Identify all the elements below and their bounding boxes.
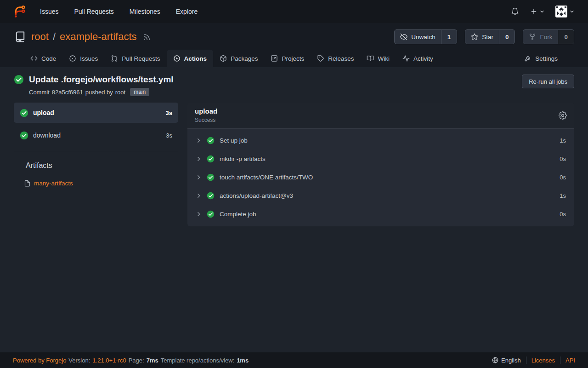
top-navbar: Issues Pull Requests Milestones Explore	[0, 0, 588, 23]
tab-wiki[interactable]: Wiki	[360, 50, 396, 67]
step-duration: 1s	[560, 192, 566, 199]
version-label: Version:	[68, 357, 90, 364]
star-button[interactable]: Star 0	[465, 29, 515, 44]
job-detail-header: upload Success	[187, 103, 574, 129]
tab-pull-requests[interactable]: Pull Requests	[104, 50, 166, 67]
job-status-label: Success	[195, 117, 217, 123]
step-row-mkdir[interactable]: mkdir -p artifacts 0s	[187, 150, 574, 168]
tools-icon	[524, 55, 531, 62]
nav-item-milestones[interactable]: Milestones	[122, 0, 168, 23]
breadcrumb-separator: /	[53, 31, 56, 43]
create-new-dropdown[interactable]	[530, 8, 544, 15]
run-commit-line: Commit 82a5cf6961 pushed by root main	[29, 88, 174, 96]
step-name: mkdir -p artifacts	[220, 155, 266, 162]
chevron-right-icon	[196, 174, 202, 180]
pulse-icon	[402, 55, 410, 62]
step-duration: 0s	[560, 174, 566, 181]
footer-divider	[526, 356, 526, 364]
actions-run-view: Update .forgejo/workflows/test.yml Commi…	[0, 67, 588, 352]
success-check-icon	[207, 155, 215, 163]
tab-settings[interactable]: Settings	[518, 50, 564, 67]
step-name: actions/upload-artifact@v3	[220, 192, 293, 199]
job-detail-panel: upload Success	[187, 103, 574, 226]
fork-label: Fork	[540, 34, 552, 40]
fork-button[interactable]: Fork 0	[523, 29, 574, 44]
step-row-upload-artifact-action[interactable]: actions/upload-artifact@v3 1s	[187, 186, 574, 205]
template-time-value: 1ms	[237, 357, 249, 364]
tab-projects[interactable]: Projects	[264, 50, 311, 67]
chevron-right-icon	[196, 156, 202, 162]
tab-activity[interactable]: Activity	[396, 50, 440, 67]
unwatch-button[interactable]: Unwatch 1	[394, 29, 457, 44]
template-time-label: Template repo/actions/view:	[161, 357, 234, 364]
user-menu-dropdown[interactable]	[555, 6, 574, 17]
repo-owner-link[interactable]: root	[31, 31, 49, 43]
repo-action-buttons: Unwatch 1 Star 0	[394, 29, 574, 44]
package-icon	[220, 55, 227, 62]
forgejo-logo-icon[interactable]	[13, 5, 27, 18]
nav-item-pull-requests[interactable]: Pull Requests	[66, 0, 121, 23]
gear-icon[interactable]	[559, 111, 567, 120]
rerun-all-jobs-button[interactable]: Re-run all jobs	[522, 75, 574, 88]
repo-tabs: Code Issues Pull Requests Actions Packag…	[14, 44, 574, 67]
project-board-icon	[271, 55, 278, 62]
repository-icon	[14, 30, 27, 43]
run-title: Update .forgejo/workflows/test.yml	[29, 75, 174, 85]
chevron-down-icon	[540, 9, 544, 14]
success-check-icon	[207, 137, 215, 144]
forks-count[interactable]: 0	[558, 30, 574, 44]
jobs-sidebar: upload 3s download 3s Artifacts many-art…	[14, 103, 178, 191]
watchers-count[interactable]: 1	[441, 30, 457, 44]
nav-item-explore[interactable]: Explore	[168, 0, 205, 23]
repo-name-link[interactable]: example-artifacts	[60, 31, 137, 43]
step-row-complete-job[interactable]: Complete job 0s	[187, 205, 574, 223]
job-item-upload[interactable]: upload 3s	[14, 103, 178, 123]
step-name: Complete job	[220, 211, 256, 218]
tab-actions[interactable]: Actions	[167, 50, 214, 67]
rss-feed-icon[interactable]	[143, 33, 151, 41]
commit-author-link[interactable]: root	[115, 89, 125, 96]
powered-by-forgejo-link[interactable]: Powered by Forgejo	[13, 357, 66, 364]
step-name: touch artifacts/ONE artifacts/TWO	[220, 174, 313, 181]
tab-releases[interactable]: Releases	[311, 50, 360, 67]
user-avatar	[555, 6, 567, 17]
eye-slash-icon	[400, 33, 407, 40]
file-icon	[24, 180, 31, 187]
fork-icon	[529, 33, 536, 40]
repo-breadcrumb: root / example-artifacts	[31, 31, 137, 43]
globe-icon	[492, 357, 498, 363]
nav-item-issues[interactable]: Issues	[32, 0, 66, 23]
version-link[interactable]: 1.21.0+1-rc0	[92, 357, 126, 364]
tab-issues[interactable]: Issues	[62, 50, 104, 67]
language-selector[interactable]: English	[492, 357, 521, 364]
tab-code[interactable]: Code	[24, 50, 62, 67]
chevron-right-icon	[196, 138, 202, 144]
job-duration: 3s	[166, 109, 172, 116]
language-label: English	[501, 357, 521, 364]
stars-count[interactable]: 0	[499, 30, 515, 44]
chevron-right-icon	[196, 193, 202, 199]
job-detail-title: upload	[195, 107, 217, 115]
commit-hash-link[interactable]: 82a5cf6961	[52, 89, 83, 96]
success-check-icon	[14, 75, 24, 85]
code-icon	[30, 55, 38, 62]
git-pull-request-icon	[111, 55, 118, 62]
success-check-icon	[207, 192, 215, 200]
tab-packages[interactable]: Packages	[213, 50, 264, 67]
job-name: upload	[33, 109, 54, 116]
job-item-download[interactable]: download 3s	[14, 125, 178, 145]
notifications-bell-icon[interactable]	[511, 7, 519, 16]
step-row-touch-artifacts[interactable]: touch artifacts/ONE artifacts/TWO 0s	[187, 168, 574, 186]
branch-badge[interactable]: main	[130, 88, 149, 96]
step-row-set-up-job[interactable]: Set up job 1s	[187, 131, 574, 150]
licenses-link[interactable]: Licenses	[531, 357, 555, 364]
footer-info: Powered by Forgejo Version: 1.21.0+1-rc0…	[13, 357, 249, 364]
repo-header: root / example-artifacts Unwatch	[0, 23, 588, 67]
success-check-icon	[20, 109, 28, 117]
artifact-link-many-artifacts[interactable]: many-artifacts	[24, 180, 178, 187]
step-duration: 0s	[560, 211, 566, 218]
api-link[interactable]: API	[565, 357, 575, 364]
issue-circle-dot-icon	[69, 55, 76, 62]
navbar-right	[511, 6, 581, 17]
page-time-label: Page:	[129, 357, 144, 364]
